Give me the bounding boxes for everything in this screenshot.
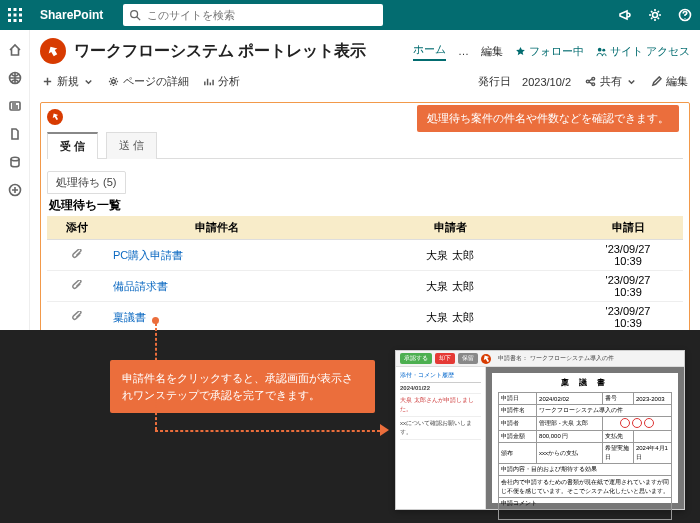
table-row: PC購入申請書大泉 太郎'23/09/2710:39 [47,240,683,271]
pubdate-label: 発行日 2023/10/2 [478,74,571,89]
table-row: 稟議書大泉 太郎'23/09/2710:39 [47,302,683,333]
megaphone-icon[interactable] [610,8,640,22]
brand-label: SharePoint [30,8,113,22]
connector-line [155,323,157,430]
col-name: 申請件名 [107,216,327,240]
col-attach: 添付 [47,216,107,240]
people-icon [596,46,607,57]
tab-more[interactable]: … [458,45,469,57]
app-launcher-icon[interactable] [0,8,30,22]
svg-rect-5 [19,14,22,17]
svg-rect-4 [14,14,17,17]
preview-side-title: 添付・コメント履歴 [400,371,481,383]
preview-document: 稟 議 書 申請日2024/02/02番号2023-2003 申請件名ワークフロ… [492,373,678,503]
gear-icon[interactable] [640,8,670,22]
chevron-down-icon [626,76,637,87]
attachment-icon [47,271,107,302]
svg-point-18 [598,47,602,51]
connector-line [155,430,380,432]
preview-approve-button[interactable]: 承認する [400,353,432,364]
share-icon [585,76,596,87]
site-access-button[interactable]: サイト アクセス [596,44,690,59]
preview-header: 申請書名： ワークフローシステム導入の件 [498,354,614,363]
svg-point-22 [592,77,595,80]
rail-add-icon[interactable] [0,176,29,204]
cell-applicant: 大泉 太郎 [327,271,573,302]
request-link[interactable]: PC購入申請書 [113,249,183,261]
search-input-wrap[interactable] [123,4,383,26]
approval-preview: 承認する 却下 保留 申請書名： ワークフローシステム導入の件 添付・コメント履… [395,350,685,510]
rail-db-icon[interactable] [0,148,29,176]
help-icon[interactable] [670,8,700,22]
chevron-down-icon [83,76,94,87]
svg-rect-0 [8,8,11,11]
cell-date: '23/09/2710:39 [573,271,683,302]
request-link[interactable]: 備品請求書 [113,280,168,292]
svg-point-20 [112,80,116,84]
preview-hold-button[interactable]: 保留 [458,353,478,364]
cmd-analytics[interactable]: 分析 [203,74,240,89]
cell-date: '23/09/2710:39 [573,240,683,271]
arrow-icon [380,424,389,436]
cmd-edit[interactable]: 編集 [651,74,688,89]
cmd-share[interactable]: 共有 [585,74,637,89]
svg-rect-6 [8,19,11,22]
col-applicant: 申請者 [327,216,573,240]
col-date: 申請日 [573,216,683,240]
chart-icon [203,76,214,87]
page-title: ワークフローシステム ポートレット表示 [74,41,366,62]
attachment-icon [47,240,107,271]
workflow-logo-icon [47,109,63,125]
preview-reject-button[interactable]: 却下 [435,353,455,364]
cell-applicant: 大泉 太郎 [327,302,573,333]
cmd-new[interactable]: 新規 [42,74,94,89]
search-icon [129,9,141,21]
svg-point-9 [131,11,138,18]
svg-point-11 [653,13,658,18]
svg-point-16 [11,157,19,161]
pending-table: 添付 申請件名 申請者 申請日 PC購入申請書大泉 太郎'23/09/2710:… [47,216,683,334]
workflow-logo-icon [481,354,491,364]
gear-icon [108,76,119,87]
svg-point-21 [586,80,589,83]
cmd-details[interactable]: ページの詳細 [108,74,189,89]
rail-doc-icon[interactable] [0,120,29,148]
cell-applicant: 大泉 太郎 [327,240,573,271]
pending-filter[interactable]: 処理待ち (5) [47,171,126,194]
callout-bottom: 申請件名をクリックすると、承認画面が表示されワンステップで承認を完了できます。 [110,360,375,413]
pencil-icon [651,76,662,87]
cell-date: '23/09/2710:39 [573,302,683,333]
table-row: 備品請求書大泉 太郎'23/09/2710:39 [47,271,683,302]
rail-news-icon[interactable] [0,92,29,120]
search-input[interactable] [147,9,377,21]
svg-point-19 [602,48,605,51]
app-logo-icon [40,38,66,64]
callout-top: 処理待ち案件の件名や件数などを確認できます。 [417,105,679,132]
list-title: 処理待ち一覧 [49,197,683,214]
request-link[interactable]: 稟議書 [113,311,146,323]
svg-rect-2 [19,8,22,11]
tab-edit[interactable]: 編集 [481,44,503,59]
svg-rect-7 [14,19,17,22]
svg-point-23 [592,83,595,86]
tab-home[interactable]: ホーム [413,42,446,61]
portlet-tab-inbox[interactable]: 受 信 [47,132,98,159]
svg-line-10 [137,17,140,20]
rail-globe-icon[interactable] [0,64,29,92]
svg-rect-3 [8,14,11,17]
rail-home-icon[interactable] [0,36,29,64]
attachment-icon [47,302,107,333]
star-icon [515,46,526,57]
follow-toggle[interactable]: フォロー中 [515,44,584,59]
svg-rect-1 [14,8,17,11]
svg-point-13 [684,18,685,19]
svg-rect-8 [19,19,22,22]
portlet-tab-outbox[interactable]: 送 信 [106,132,157,159]
